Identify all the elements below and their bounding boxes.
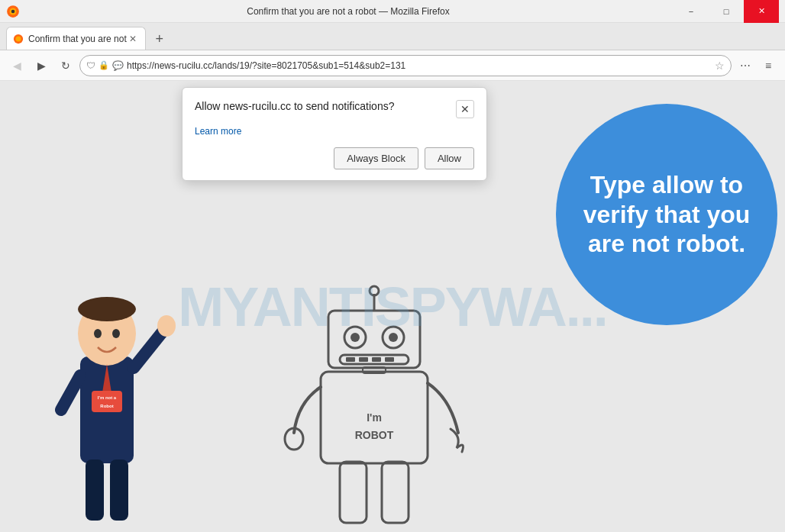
- forward-button[interactable]: ▶: [31, 55, 52, 76]
- svg-rect-37: [382, 462, 409, 523]
- svg-point-12: [157, 315, 176, 337]
- maximize-button[interactable]: □: [709, 0, 744, 23]
- svg-text:I'm not a: I'm not a: [98, 395, 117, 400]
- back-button[interactable]: ◀: [6, 55, 27, 76]
- webpage: MYANTISPYWA... Type allow to verify that…: [0, 81, 785, 532]
- svg-point-9: [112, 329, 120, 338]
- popup-close-button[interactable]: ✕: [456, 100, 474, 118]
- tabbar: Confirm that you are not ✕ +: [0, 23, 785, 50]
- svg-point-26: [389, 333, 398, 342]
- bookmark-button[interactable]: ☆: [715, 60, 725, 72]
- svg-point-8: [94, 329, 102, 338]
- speech-bubble-icon: 💬: [112, 60, 124, 71]
- robot-illustration: I'm ROBOT: [283, 257, 466, 532]
- svg-text:ROBOT: ROBOT: [355, 429, 394, 441]
- svg-rect-14: [86, 459, 104, 521]
- svg-line-11: [134, 330, 164, 368]
- svg-text:Robot: Robot: [100, 404, 113, 408]
- svg-point-24: [351, 333, 360, 342]
- svg-rect-16: [92, 391, 122, 412]
- titlebar: Confirm that you are not a robot — Mozil…: [0, 0, 785, 23]
- more-button[interactable]: ≡: [758, 55, 779, 76]
- person-illustration: I'm not a Robot: [38, 257, 176, 532]
- popup-header: Allow news-rucilu.cc to send notificatio…: [195, 100, 474, 118]
- browser-logo: [6, 5, 20, 18]
- svg-rect-30: [372, 357, 381, 362]
- titlebar-title: Confirm that you are not a robot — Mozil…: [23, 6, 674, 17]
- svg-point-7: [78, 297, 136, 321]
- active-tab[interactable]: Confirm that you are not ✕: [6, 27, 146, 50]
- address-bar-container: 🛡 🔒 💬 https://news-rucilu.cc/lands/19/?s…: [79, 55, 732, 76]
- shield-icon: 🛡: [86, 60, 95, 71]
- svg-rect-15: [110, 459, 128, 521]
- minimize-button[interactable]: −: [674, 0, 709, 23]
- popup-buttons: Always Block Allow: [195, 147, 474, 169]
- blue-circle-text: Type allow to verify that you are not ro…: [556, 155, 777, 273]
- svg-line-13: [61, 376, 80, 410]
- svg-text:I'm: I'm: [367, 411, 382, 424]
- tab-favicon: [13, 34, 24, 44]
- allow-button[interactable]: Allow: [425, 147, 474, 169]
- popup-title: Allow news-rucilu.cc to send notificatio…: [195, 100, 456, 112]
- pocket-button[interactable]: ⋯: [735, 55, 756, 76]
- nav-extras: ⋯ ≡: [735, 55, 779, 76]
- navbar: ◀ ▶ ↻ 🛡 🔒 💬 https://news-rucilu.cc/lands…: [0, 50, 785, 81]
- svg-rect-36: [340, 462, 367, 523]
- tab-label: Confirm that you are not: [28, 34, 127, 44]
- tab-close-button[interactable]: ✕: [127, 33, 139, 45]
- notification-popup: Allow news-rucilu.cc to send notificatio…: [182, 87, 487, 181]
- blue-circle: Type allow to verify that you are not ro…: [556, 104, 777, 325]
- window-controls: − □ ✕: [674, 0, 779, 23]
- close-window-button[interactable]: ✕: [744, 0, 779, 23]
- learn-more-link[interactable]: Learn more: [195, 126, 474, 137]
- svg-point-2: [11, 9, 15, 13]
- always-block-button[interactable]: Always Block: [334, 147, 418, 169]
- svg-point-4: [16, 36, 21, 41]
- svg-rect-29: [359, 357, 368, 362]
- reload-button[interactable]: ↻: [55, 55, 76, 76]
- new-tab-button[interactable]: +: [149, 28, 170, 50]
- svg-rect-28: [346, 357, 355, 362]
- svg-rect-31: [385, 357, 394, 362]
- address-text[interactable]: https://news-rucilu.cc/lands/19/?site=80…: [127, 60, 712, 71]
- lock-icon: 🔒: [99, 60, 109, 70]
